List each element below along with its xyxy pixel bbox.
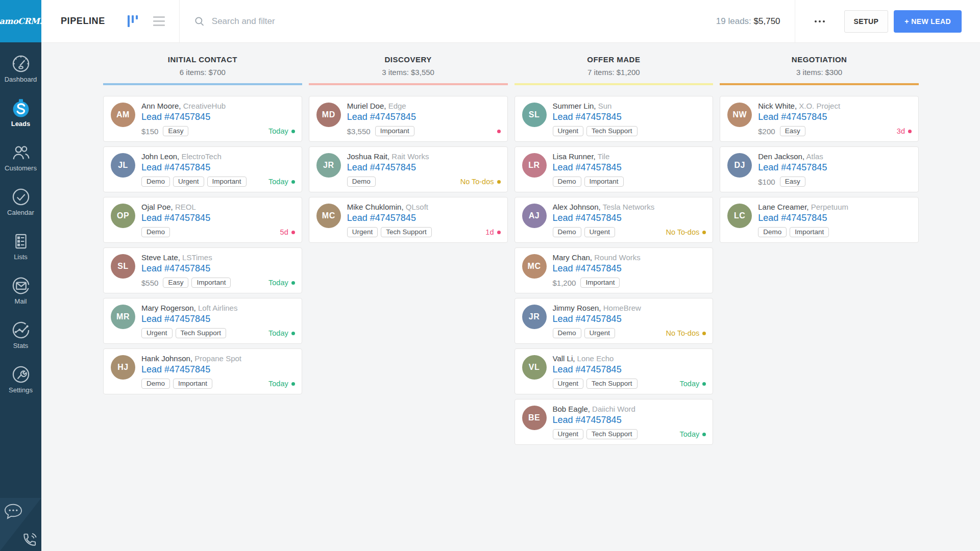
tag-chip[interactable]: Urgent — [553, 429, 584, 439]
lead-card[interactable]: JRJimmy Rosen, HomeBrewLead #47457845Dem… — [514, 298, 714, 344]
contact-name: Mary Chan, — [553, 253, 593, 262]
lead-card[interactable]: HJHank Johnson, Propane SpotLead #474578… — [103, 348, 302, 394]
tag-chip[interactable]: Demo — [758, 227, 787, 237]
lead-price: $150 — [141, 127, 158, 136]
sidebar-item-calendar[interactable]: Calendar — [0, 186, 41, 230]
company-name: Sun — [598, 102, 612, 110]
lead-card[interactable]: SLSummer Lin, SunLead #47457845UrgentTec… — [514, 96, 714, 142]
tag-chip[interactable]: Demo — [141, 177, 170, 187]
column-color-bar — [514, 83, 714, 85]
tag-chip[interactable]: Easy — [163, 126, 188, 136]
task-status-dot — [291, 281, 295, 285]
lead-link[interactable]: Lead #47457845 — [141, 263, 210, 274]
sidebar-item-lists[interactable]: Lists — [0, 230, 41, 274]
lead-link[interactable]: Lead #47457845 — [553, 213, 622, 223]
lead-card[interactable]: MRMary Rogerson, Loft AirlinesLead #4745… — [103, 298, 302, 344]
lead-card[interactable]: JRJoshua Rait, Rait WorksLead #47457845D… — [309, 146, 508, 192]
company-name: Loft Airlines — [198, 304, 238, 312]
lead-card[interactable]: LCLane Creamer, PerpetuumLead #47457845D… — [720, 197, 919, 243]
phone-icon[interactable] — [21, 531, 38, 548]
tag-chip[interactable]: Easy — [780, 126, 805, 136]
lead-card-body: Mary Chan, Round WorksLead #47457845$1,2… — [553, 253, 706, 288]
lead-card[interactable]: NWNick White, X.O. ProjectLead #47457845… — [720, 96, 919, 142]
tag-chip[interactable]: Important — [584, 177, 624, 187]
tag-chip[interactable]: Important — [790, 227, 829, 237]
tag-chip[interactable]: Urgent — [173, 177, 204, 187]
lead-link[interactable]: Lead #47457845 — [758, 213, 827, 223]
lead-card[interactable]: LRLisa Runner, TileLead #47457845DemoImp… — [514, 146, 714, 192]
tag-chip[interactable]: Urgent — [553, 379, 584, 389]
sidebar-item-leads[interactable]: Leads — [0, 97, 41, 141]
lead-contact-line: Nick White, X.O. Project — [758, 101, 912, 110]
lead-card[interactable]: MDMuriel Doe, EdgeLead #47457845$3,550Im… — [309, 96, 508, 142]
lead-link[interactable]: Lead #47457845 — [553, 263, 622, 274]
tag-chip[interactable]: Important — [375, 126, 414, 136]
tag-chip[interactable]: Important — [173, 379, 212, 389]
lead-link[interactable]: Lead #47457845 — [553, 364, 622, 375]
lead-link[interactable]: Lead #47457845 — [553, 415, 622, 425]
lead-link[interactable]: Lead #47457845 — [347, 213, 416, 223]
lead-link[interactable]: Lead #47457845 — [758, 162, 827, 173]
tag-chip[interactable]: Demo — [553, 328, 581, 338]
lead-link[interactable]: Lead #47457845 — [553, 112, 622, 122]
lead-card[interactable]: DJDen Jackson, AtlasLead #47457845$100Ea… — [720, 146, 919, 192]
lead-link[interactable]: Lead #47457845 — [553, 162, 622, 173]
lead-card[interactable]: JLJohn Leon, ElectroTechLead #47457845De… — [103, 146, 302, 192]
lead-link[interactable]: Lead #47457845 — [553, 314, 622, 324]
chat-icon[interactable] — [3, 503, 24, 522]
contact-name: John Leon, — [141, 152, 179, 161]
tag-chip[interactable]: Demo — [553, 177, 581, 187]
lead-card[interactable]: SLSteve Late, LSTimesLead #47457845$550E… — [103, 247, 302, 293]
lead-link[interactable]: Lead #47457845 — [347, 162, 416, 173]
tag-chip[interactable]: Tech Support — [586, 126, 638, 136]
sidebar-item-customers[interactable]: Customers — [0, 141, 41, 186]
sidebar-item-stats[interactable]: Stats — [0, 319, 41, 363]
lead-card[interactable]: VLVall Li, Lone EchoLead #47457845Urgent… — [514, 348, 714, 394]
kanban-view-button[interactable] — [128, 15, 140, 27]
tag-chip[interactable]: Tech Support — [176, 328, 227, 338]
avatar: NW — [727, 103, 752, 127]
tag-chip[interactable]: Demo — [347, 177, 376, 187]
lead-card-body: Summer Lin, SunLead #47457845UrgentTech … — [553, 101, 706, 137]
tag-chip[interactable]: Urgent — [347, 227, 378, 237]
lead-link[interactable]: Lead #47457845 — [141, 213, 210, 223]
sidebar-item-dashboard[interactable]: Dashboard — [0, 53, 41, 97]
lead-card[interactable]: BEBob Eagle, Daiichi WordLead #47457845U… — [514, 399, 714, 445]
tag-chip[interactable]: Urgent — [553, 126, 584, 136]
tag-chip[interactable]: Demo — [553, 227, 581, 237]
tag-chip[interactable]: Urgent — [584, 227, 616, 237]
lead-link[interactable]: Lead #47457845 — [141, 364, 210, 375]
tag-chip[interactable]: Easy — [780, 177, 805, 187]
list-view-button[interactable] — [153, 15, 165, 28]
tag-chip[interactable]: Demo — [141, 379, 170, 389]
tag-chip[interactable]: Demo — [141, 227, 170, 237]
lead-link[interactable]: Lead #47457845 — [347, 112, 416, 122]
lead-card[interactable]: OPOjal Poe, REOLLead #47457845Demo5d — [103, 197, 302, 243]
tag-chip[interactable]: Urgent — [584, 328, 616, 338]
search-input[interactable] — [211, 16, 458, 27]
tag-chip[interactable]: Tech Support — [586, 379, 638, 389]
lead-card[interactable]: AJAlex Johnson, Tesla NetworksLead #4745… — [514, 197, 714, 243]
lead-link[interactable]: Lead #47457845 — [141, 162, 210, 173]
lead-card[interactable]: MCMike Chuklomin, QLsoftLead #47457845Ur… — [309, 197, 508, 243]
setup-button[interactable]: SETUP — [844, 10, 889, 33]
lead-link[interactable]: Lead #47457845 — [758, 112, 827, 122]
lead-link[interactable]: Lead #47457845 — [141, 314, 210, 324]
task-status: Today — [680, 430, 706, 438]
new-lead-button[interactable]: + NEW LEAD — [894, 10, 962, 33]
sidebar-item-settings[interactable]: Settings — [0, 363, 41, 408]
sidebar-item-mail[interactable]: Mail — [0, 274, 41, 319]
tag-chip[interactable]: Important — [207, 177, 247, 187]
tag-chip[interactable]: Tech Support — [381, 227, 432, 237]
tag-chip[interactable]: Important — [191, 278, 231, 288]
tag-chip[interactable]: Easy — [163, 278, 188, 288]
tag-chip[interactable]: Urgent — [141, 328, 173, 338]
tag-chip[interactable]: Important — [580, 278, 620, 288]
tag-chip[interactable]: Tech Support — [586, 429, 638, 439]
more-options-button[interactable] — [812, 15, 828, 28]
app-logo[interactable]: amoCRM. — [0, 0, 41, 42]
lead-contact-line: Bob Eagle, Daiichi Word — [553, 404, 706, 413]
lead-card[interactable]: MCMary Chan, Round WorksLead #47457845$1… — [514, 247, 714, 293]
lead-card[interactable]: AMAnn Moore, CreativeHubLead #47457845$1… — [103, 96, 302, 142]
lead-link[interactable]: Lead #47457845 — [141, 112, 210, 122]
